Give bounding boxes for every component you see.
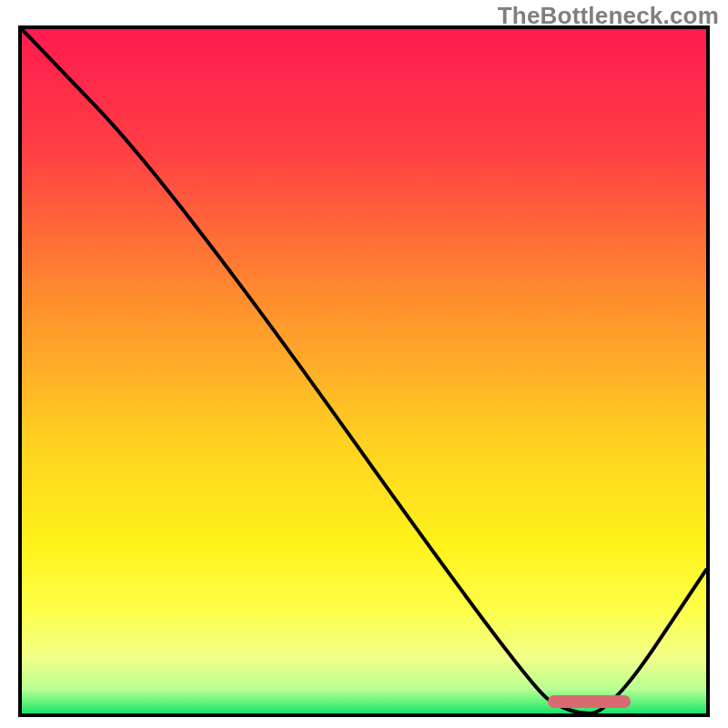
optimal-range-marker (548, 695, 631, 708)
bottleneck-curve-path (22, 29, 706, 713)
plot-area (18, 25, 710, 717)
chart-stage: TheBottleneck.com (0, 0, 728, 728)
curve-layer (22, 29, 706, 713)
